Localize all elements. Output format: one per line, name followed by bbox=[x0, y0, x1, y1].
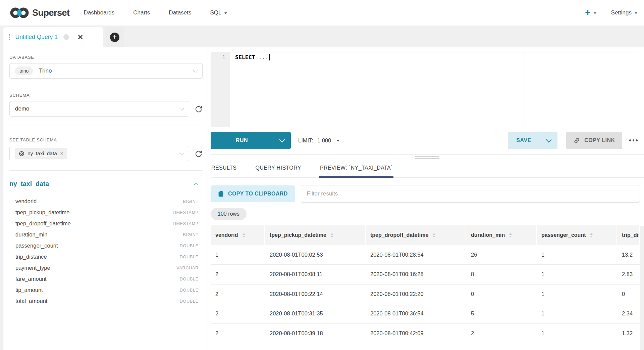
column-header-duration-min[interactable]: duration_min bbox=[466, 225, 537, 245]
schema-value: demo bbox=[15, 105, 30, 112]
copy-to-clipboard-button[interactable]: COPY TO CLIPBOARD bbox=[211, 185, 295, 202]
table-schema-select[interactable]: ny_taxi_data × bbox=[9, 146, 189, 161]
editor-code-area[interactable]: SELECT ... bbox=[230, 52, 638, 127]
chevron-down-icon bbox=[279, 137, 285, 142]
column-header-passenger-count[interactable]: passenger_count bbox=[537, 225, 617, 245]
copy-link-button[interactable]: COPY LINK bbox=[566, 132, 622, 149]
sort-icon bbox=[331, 233, 333, 237]
editor-line-gutter: 1 bbox=[211, 52, 230, 127]
table-row: 2 2020-08-01T00:22:14 2020-08-01T00:22:2… bbox=[211, 285, 640, 304]
refresh-icon bbox=[195, 149, 203, 158]
editor-print-margin bbox=[525, 52, 525, 127]
chevron-down-icon bbox=[193, 68, 198, 72]
filter-results-input[interactable] bbox=[301, 185, 640, 203]
table-row: 2 2020-08-01T00:08:11 2020-08-01T00:16:2… bbox=[211, 265, 640, 285]
column-header-tpep-pickup-datetime[interactable]: tpep_pickup_datetime bbox=[265, 225, 366, 245]
collapse-chevron-icon[interactable] bbox=[194, 182, 199, 187]
run-button[interactable]: RUN bbox=[211, 132, 273, 149]
table-column-row: total_amountDOUBLE bbox=[9, 296, 203, 307]
tab-preview-ny-taxi-data[interactable]: PREVIEW: `NY_TAXI_DATA` bbox=[319, 160, 393, 177]
clipboard-icon bbox=[218, 190, 224, 197]
save-button[interactable]: SAVE bbox=[508, 132, 540, 149]
results-tab-bar: RESULTS QUERY HISTORY PREVIEW: `NY_TAXI_… bbox=[211, 160, 644, 178]
query-tab-label: Untitled Query 1 bbox=[15, 34, 58, 41]
link-icon bbox=[573, 137, 580, 144]
chevron-down-icon bbox=[635, 12, 637, 14]
plus-icon: + bbox=[110, 33, 119, 42]
table-name-heading: ny_taxi_data bbox=[9, 180, 49, 188]
left-gutter bbox=[0, 47, 3, 350]
sort-icon bbox=[243, 233, 245, 237]
table-columns-list: vendoridBIGINT tpep_pickup_datetimeTIMES… bbox=[9, 196, 203, 307]
table-column-row: tip_amountDOUBLE bbox=[9, 285, 203, 296]
nav-dashboards[interactable]: Dashboards bbox=[84, 9, 115, 16]
save-split-button: SAVE bbox=[508, 132, 557, 149]
results-table-header: vendorid tpep_pickup_datetime tpep_dropo… bbox=[211, 225, 640, 245]
database-label: DATABASE bbox=[9, 55, 203, 60]
table-column-row: vendoridBIGINT bbox=[9, 196, 203, 207]
run-split-button: RUN bbox=[211, 132, 291, 149]
refresh-icon bbox=[195, 105, 203, 113]
drag-handle-icon[interactable] bbox=[9, 34, 10, 40]
sql-toolbar: RUN LIMIT: 1 000 SAVE COPY LINK bbox=[211, 132, 638, 149]
tab-results[interactable]: RESULTS bbox=[211, 160, 237, 177]
table-column-row: passenger_countDOUBLE bbox=[9, 240, 203, 251]
pane-resize-divider bbox=[211, 155, 644, 159]
database-value: Trino bbox=[39, 68, 52, 74]
tab-query-history[interactable]: QUERY HISTORY bbox=[255, 160, 302, 177]
more-actions-button[interactable] bbox=[629, 137, 639, 143]
new-query-tab-button[interactable]: + bbox=[105, 27, 124, 47]
refresh-schemas-button[interactable] bbox=[195, 105, 203, 113]
nav-charts[interactable]: Charts bbox=[133, 9, 150, 16]
limit-label: LIMIT: bbox=[298, 137, 313, 144]
column-header-trip-distance[interactable]: trip_distance bbox=[617, 225, 640, 245]
table-column-row: payment_typeVARCHAR bbox=[9, 262, 203, 273]
chevron-down-icon bbox=[337, 140, 339, 142]
chevron-down-icon bbox=[224, 12, 227, 14]
results-scrollbar[interactable] bbox=[640, 226, 644, 350]
sql-lab-left-panel: DATABASE trino Trino SCHEMA demo SEE TAB bbox=[3, 47, 207, 350]
column-header-vendorid[interactable]: vendorid bbox=[211, 225, 265, 245]
navbar-right: + Settings bbox=[585, 9, 639, 17]
results-table: vendorid tpep_pickup_datetime tpep_dropo… bbox=[211, 225, 640, 344]
superset-logo[interactable]: Superset bbox=[10, 7, 70, 19]
database-select[interactable]: trino Trino bbox=[9, 63, 203, 79]
query-tab-strip: Untitled Query 1 × + bbox=[0, 26, 644, 47]
save-options-button[interactable] bbox=[540, 132, 557, 149]
database-engine-badge: trino bbox=[15, 67, 33, 75]
tab-status-dot bbox=[63, 34, 69, 40]
close-tab-icon[interactable]: × bbox=[78, 34, 83, 41]
table-column-row: tpep_dropoff_datetimeTIMESTAMP bbox=[9, 218, 203, 229]
line-number: 1 bbox=[222, 54, 225, 60]
limit-dropdown[interactable]: LIMIT: 1 000 bbox=[298, 137, 339, 144]
nav-sql-menu[interactable]: SQL bbox=[210, 9, 227, 16]
nav-datasets[interactable]: Datasets bbox=[169, 9, 191, 16]
table-row: 1 2020-08-01T00:02:53 2020-08-01T00:28:5… bbox=[211, 245, 640, 265]
refresh-tables-button[interactable] bbox=[195, 149, 203, 158]
resize-handle-icon[interactable] bbox=[415, 156, 439, 159]
plus-icon: + bbox=[585, 8, 590, 17]
query-tab-active[interactable]: Untitled Query 1 × bbox=[3, 27, 103, 47]
schema-label: SCHEMA bbox=[9, 93, 203, 98]
chevron-down-icon bbox=[179, 150, 184, 155]
schema-select[interactable]: demo bbox=[9, 101, 189, 117]
sort-icon bbox=[509, 233, 512, 237]
text-cursor bbox=[269, 54, 270, 60]
table-column-row: duration_minBIGINT bbox=[9, 229, 203, 240]
remove-table-icon[interactable]: × bbox=[60, 151, 64, 156]
new-item-menu[interactable]: + bbox=[585, 9, 596, 17]
run-options-button[interactable] bbox=[273, 132, 291, 149]
sql-code-editor[interactable]: 1 SELECT ... bbox=[211, 52, 638, 127]
see-table-schema-label: SEE TABLE SCHEMA bbox=[9, 137, 203, 142]
chevron-down-icon bbox=[179, 105, 184, 110]
results-toolbar: COPY TO CLIPBOARD bbox=[211, 185, 640, 203]
sort-icon bbox=[433, 233, 435, 237]
settings-menu[interactable]: Settings bbox=[611, 9, 637, 16]
main-nav: Dashboards Charts Datasets SQL bbox=[84, 9, 227, 16]
selected-table-tag: ny_taxi_data × bbox=[15, 148, 67, 159]
column-header-tpep-dropoff-datetime[interactable]: tpep_dropoff_datetime bbox=[366, 225, 466, 245]
chevron-down-icon bbox=[546, 137, 552, 142]
sql-keyword: SELECT bbox=[235, 54, 255, 60]
table-row: 2 2020-08-01T00:39:18 2020-08-01T00:42:0… bbox=[211, 324, 640, 344]
main-area: DATABASE trino Trino SCHEMA demo SEE TAB bbox=[0, 47, 644, 350]
